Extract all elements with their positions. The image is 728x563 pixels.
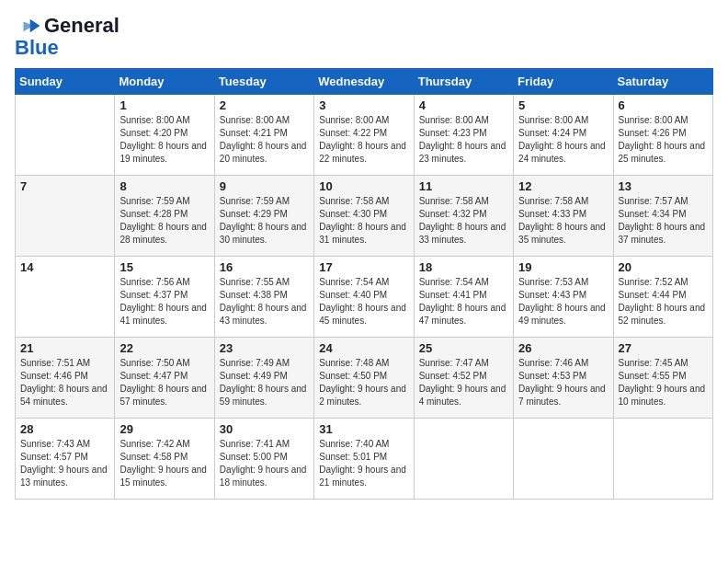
calendar-cell: 31Sunrise: 7:40 AM Sunset: 5:01 PM Dayli… bbox=[314, 419, 414, 500]
calendar-cell: 21Sunrise: 7:51 AM Sunset: 4:46 PM Dayli… bbox=[16, 338, 115, 419]
day-detail: Sunrise: 7:42 AM Sunset: 4:58 PM Dayligh… bbox=[119, 438, 209, 489]
calendar-cell: 20Sunrise: 7:52 AM Sunset: 4:44 PM Dayli… bbox=[613, 257, 712, 338]
day-detail: Sunrise: 8:00 AM Sunset: 4:22 PM Dayligh… bbox=[319, 114, 408, 166]
day-detail: Sunrise: 7:54 AM Sunset: 4:40 PM Dayligh… bbox=[319, 276, 408, 327]
day-detail: Sunrise: 7:50 AM Sunset: 4:47 PM Dayligh… bbox=[119, 357, 209, 408]
day-number: 30 bbox=[220, 422, 309, 436]
day-number: 13 bbox=[619, 179, 708, 193]
day-number: 28 bbox=[20, 422, 109, 436]
calendar-table: SundayMondayTuesdayWednesdayThursdayFrid… bbox=[15, 68, 713, 500]
col-header-friday: Friday bbox=[514, 69, 613, 95]
day-number: 15 bbox=[119, 260, 209, 274]
calendar-cell: 15Sunrise: 7:56 AM Sunset: 4:37 PM Dayli… bbox=[115, 257, 214, 338]
logo: General Blue bbox=[15, 15, 119, 59]
calendar-cell: 25Sunrise: 7:47 AM Sunset: 4:52 PM Dayli… bbox=[414, 338, 513, 419]
col-header-saturday: Saturday bbox=[613, 69, 712, 95]
day-detail: Sunrise: 7:47 AM Sunset: 4:52 PM Dayligh… bbox=[419, 357, 508, 408]
col-header-wednesday: Wednesday bbox=[314, 69, 414, 95]
day-number: 18 bbox=[419, 260, 508, 274]
day-number: 7 bbox=[20, 179, 109, 193]
day-detail: Sunrise: 8:00 AM Sunset: 4:21 PM Dayligh… bbox=[220, 114, 309, 166]
day-number: 12 bbox=[518, 179, 608, 193]
day-detail: Sunrise: 8:00 AM Sunset: 4:20 PM Dayligh… bbox=[119, 114, 209, 166]
calendar-cell: 1Sunrise: 8:00 AM Sunset: 4:20 PM Daylig… bbox=[115, 95, 214, 176]
day-number: 24 bbox=[319, 341, 408, 355]
calendar-cell bbox=[613, 419, 712, 500]
calendar-cell: 6Sunrise: 8:00 AM Sunset: 4:26 PM Daylig… bbox=[613, 95, 712, 176]
day-detail: Sunrise: 7:53 AM Sunset: 4:43 PM Dayligh… bbox=[518, 276, 608, 327]
day-detail: Sunrise: 7:46 AM Sunset: 4:53 PM Dayligh… bbox=[518, 357, 608, 408]
day-detail: Sunrise: 7:40 AM Sunset: 5:01 PM Dayligh… bbox=[319, 438, 408, 489]
day-number: 8 bbox=[119, 179, 209, 193]
day-detail: Sunrise: 7:58 AM Sunset: 4:32 PM Dayligh… bbox=[419, 195, 508, 247]
calendar-cell: 29Sunrise: 7:42 AM Sunset: 4:58 PM Dayli… bbox=[115, 419, 214, 500]
day-number: 11 bbox=[419, 179, 508, 193]
day-detail: Sunrise: 7:52 AM Sunset: 4:44 PM Dayligh… bbox=[619, 276, 708, 327]
calendar-cell: 22Sunrise: 7:50 AM Sunset: 4:47 PM Dayli… bbox=[115, 338, 214, 419]
calendar-cell: 8Sunrise: 7:59 AM Sunset: 4:28 PM Daylig… bbox=[115, 176, 214, 257]
day-number: 2 bbox=[220, 98, 309, 112]
calendar-cell: 9Sunrise: 7:59 AM Sunset: 4:29 PM Daylig… bbox=[214, 176, 313, 257]
day-detail: Sunrise: 7:58 AM Sunset: 4:30 PM Dayligh… bbox=[319, 195, 408, 247]
day-number: 22 bbox=[119, 341, 209, 355]
calendar-cell: 11Sunrise: 7:58 AM Sunset: 4:32 PM Dayli… bbox=[414, 176, 513, 257]
day-detail: Sunrise: 7:41 AM Sunset: 5:00 PM Dayligh… bbox=[220, 438, 309, 489]
calendar-cell bbox=[16, 95, 115, 176]
day-number: 4 bbox=[419, 98, 508, 112]
day-detail: Sunrise: 7:48 AM Sunset: 4:50 PM Dayligh… bbox=[319, 357, 408, 408]
calendar-cell: 26Sunrise: 7:46 AM Sunset: 4:53 PM Dayli… bbox=[514, 338, 613, 419]
day-detail: Sunrise: 7:51 AM Sunset: 4:46 PM Dayligh… bbox=[20, 357, 109, 408]
day-number: 21 bbox=[20, 341, 109, 355]
day-number: 23 bbox=[220, 341, 309, 355]
day-number: 20 bbox=[619, 260, 708, 274]
day-detail: Sunrise: 7:54 AM Sunset: 4:41 PM Dayligh… bbox=[419, 276, 508, 327]
calendar-cell bbox=[414, 419, 513, 500]
calendar-cell: 2Sunrise: 8:00 AM Sunset: 4:21 PM Daylig… bbox=[214, 95, 313, 176]
day-number: 27 bbox=[619, 341, 708, 355]
day-number: 29 bbox=[119, 422, 209, 436]
day-detail: Sunrise: 7:59 AM Sunset: 4:29 PM Dayligh… bbox=[220, 195, 309, 247]
col-header-tuesday: Tuesday bbox=[214, 69, 313, 95]
day-detail: Sunrise: 7:57 AM Sunset: 4:34 PM Dayligh… bbox=[619, 195, 708, 247]
day-number: 9 bbox=[220, 179, 309, 193]
day-number: 17 bbox=[319, 260, 408, 274]
day-detail: Sunrise: 7:49 AM Sunset: 4:49 PM Dayligh… bbox=[220, 357, 309, 408]
day-number: 25 bbox=[419, 341, 508, 355]
calendar-cell: 27Sunrise: 7:45 AM Sunset: 4:55 PM Dayli… bbox=[613, 338, 712, 419]
day-number: 6 bbox=[619, 98, 708, 112]
calendar-cell: 24Sunrise: 7:48 AM Sunset: 4:50 PM Dayli… bbox=[314, 338, 414, 419]
day-detail: Sunrise: 8:00 AM Sunset: 4:26 PM Dayligh… bbox=[619, 114, 708, 166]
calendar-cell: 12Sunrise: 7:58 AM Sunset: 4:33 PM Dayli… bbox=[514, 176, 613, 257]
page-header: General Blue bbox=[15, 15, 713, 59]
calendar-cell: 4Sunrise: 8:00 AM Sunset: 4:23 PM Daylig… bbox=[414, 95, 513, 176]
day-detail: Sunrise: 8:00 AM Sunset: 4:24 PM Dayligh… bbox=[518, 114, 608, 166]
calendar-cell: 14 bbox=[16, 257, 115, 338]
day-detail: Sunrise: 7:59 AM Sunset: 4:28 PM Dayligh… bbox=[119, 195, 209, 247]
logo-text: General bbox=[44, 15, 119, 37]
day-detail: Sunrise: 7:58 AM Sunset: 4:33 PM Dayligh… bbox=[518, 195, 608, 247]
day-detail: Sunrise: 7:43 AM Sunset: 4:57 PM Dayligh… bbox=[20, 438, 109, 489]
calendar-cell: 30Sunrise: 7:41 AM Sunset: 5:00 PM Dayli… bbox=[214, 419, 313, 500]
day-detail: Sunrise: 7:45 AM Sunset: 4:55 PM Dayligh… bbox=[619, 357, 708, 408]
calendar-cell: 7 bbox=[16, 176, 115, 257]
calendar-cell: 17Sunrise: 7:54 AM Sunset: 4:40 PM Dayli… bbox=[314, 257, 414, 338]
calendar-cell: 19Sunrise: 7:53 AM Sunset: 4:43 PM Dayli… bbox=[514, 257, 613, 338]
col-header-sunday: Sunday bbox=[16, 69, 115, 95]
calendar-cell: 5Sunrise: 8:00 AM Sunset: 4:24 PM Daylig… bbox=[514, 95, 613, 176]
day-detail: Sunrise: 7:56 AM Sunset: 4:37 PM Dayligh… bbox=[119, 276, 209, 327]
col-header-monday: Monday bbox=[115, 69, 214, 95]
calendar-cell: 10Sunrise: 7:58 AM Sunset: 4:30 PM Dayli… bbox=[314, 176, 414, 257]
day-number: 1 bbox=[119, 98, 209, 112]
calendar-cell: 13Sunrise: 7:57 AM Sunset: 4:34 PM Dayli… bbox=[613, 176, 712, 257]
day-number: 10 bbox=[319, 179, 408, 193]
day-number: 16 bbox=[220, 260, 309, 274]
calendar-cell: 23Sunrise: 7:49 AM Sunset: 4:49 PM Dayli… bbox=[214, 338, 313, 419]
logo-subtext: Blue bbox=[15, 37, 59, 59]
calendar-cell: 3Sunrise: 8:00 AM Sunset: 4:22 PM Daylig… bbox=[314, 95, 414, 176]
day-number: 31 bbox=[319, 422, 408, 436]
day-detail: Sunrise: 8:00 AM Sunset: 4:23 PM Dayligh… bbox=[419, 114, 508, 166]
calendar-cell: 28Sunrise: 7:43 AM Sunset: 4:57 PM Dayli… bbox=[16, 419, 115, 500]
day-detail: Sunrise: 7:55 AM Sunset: 4:38 PM Dayligh… bbox=[220, 276, 309, 327]
day-number: 26 bbox=[518, 341, 608, 355]
calendar-cell bbox=[514, 419, 613, 500]
